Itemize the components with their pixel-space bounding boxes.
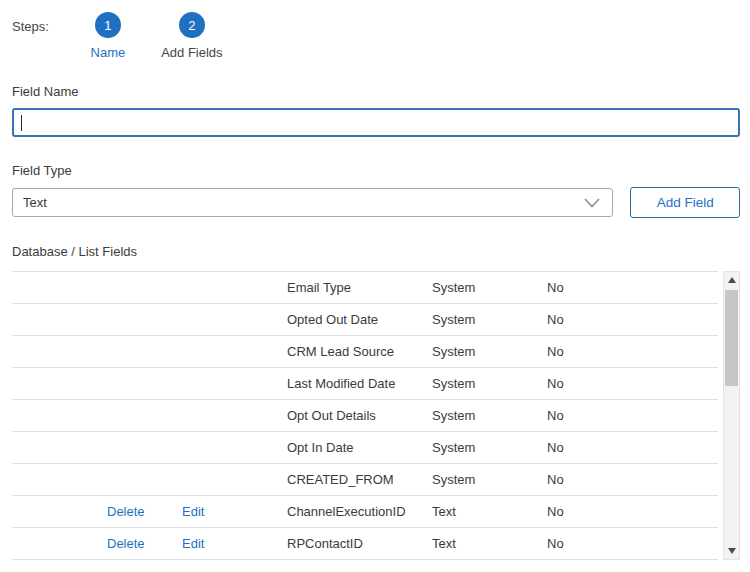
field-type-cell: System xyxy=(432,472,547,487)
table-row: CRM Lead Source System No xyxy=(12,336,718,368)
field-flag-cell: No xyxy=(547,280,718,295)
scrollbar-up-button[interactable] xyxy=(724,272,739,288)
field-name-cell: Last Modified Date xyxy=(287,376,432,391)
field-name-cell: Opt In Date xyxy=(287,440,432,455)
field-name-cell: RPContactID xyxy=(287,536,432,551)
field-name-input-wrap xyxy=(12,108,740,137)
table-row: Opt In Date System No xyxy=(12,432,718,464)
step-name[interactable]: 1 Name xyxy=(77,12,139,60)
field-name-cell: Opted Out Date xyxy=(287,312,432,327)
page: Steps: 1 Name 2 Add Fields Field Name Fi… xyxy=(0,0,750,560)
db-list-fields-label: Database / List Fields xyxy=(12,244,740,259)
edit-link[interactable]: Edit xyxy=(182,504,287,519)
field-name-cell: CRM Lead Source xyxy=(287,344,432,359)
field-type-cell: System xyxy=(432,344,547,359)
field-name-input[interactable] xyxy=(12,108,740,137)
field-type-cell: System xyxy=(432,280,547,295)
field-flag-cell: No xyxy=(547,504,718,519)
table-row: Email Type System No xyxy=(12,272,718,304)
table-row: CREATED_FROM System No xyxy=(12,464,718,496)
scrollbar-thumb[interactable] xyxy=(725,290,738,386)
field-name-label: Field Name xyxy=(12,84,740,99)
table-row: Opted Out Date System No xyxy=(12,304,718,336)
table-row: Delete Edit ChannelExecutionID Text No xyxy=(12,496,718,528)
field-flag-cell: No xyxy=(547,344,718,359)
field-type-cell: Text xyxy=(432,504,547,519)
field-type-cell: System xyxy=(432,440,547,455)
table-row: Last Modified Date System No xyxy=(12,368,718,400)
scroll-down-icon xyxy=(728,548,736,554)
field-flag-cell: No xyxy=(547,472,718,487)
field-type-cell: System xyxy=(432,408,547,423)
field-name-cell: CREATED_FROM xyxy=(287,472,432,487)
delete-link[interactable]: Delete xyxy=(107,536,182,551)
table-row: Opt Out Details System No xyxy=(12,400,718,432)
step-2-label: Add Fields xyxy=(161,45,222,60)
steps-label: Steps: xyxy=(12,19,49,34)
field-name-cell: Email Type xyxy=(287,280,432,295)
fields-table: Email Type System No Opted Out Date Syst… xyxy=(12,271,740,560)
edit-link[interactable]: Edit xyxy=(182,536,287,551)
fields-table-body: Email Type System No Opted Out Date Syst… xyxy=(12,271,718,560)
field-flag-cell: No xyxy=(547,536,718,551)
table-scrollbar[interactable] xyxy=(723,271,740,560)
step-1-label: Name xyxy=(91,45,126,60)
delete-link[interactable]: Delete xyxy=(107,504,182,519)
field-name-cell: Opt Out Details xyxy=(287,408,432,423)
field-type-select[interactable]: Text xyxy=(12,188,613,217)
scrollbar-down-button[interactable] xyxy=(724,543,739,559)
steps: Steps: 1 Name 2 Add Fields xyxy=(12,12,740,60)
field-flag-cell: No xyxy=(547,408,718,423)
field-type-cell: Text xyxy=(432,536,547,551)
table-row: Delete Edit RPContactID Text No xyxy=(12,528,718,560)
field-type-label: Field Type xyxy=(12,163,740,178)
step-1-circle[interactable]: 1 xyxy=(95,12,121,38)
scroll-up-icon xyxy=(728,277,736,283)
field-type-row: Text Add Field xyxy=(12,187,740,218)
field-name-cell: ChannelExecutionID xyxy=(287,504,432,519)
field-type-cell: System xyxy=(432,376,547,391)
chevron-down-icon xyxy=(584,198,600,208)
step-add-fields[interactable]: 2 Add Fields xyxy=(161,12,223,60)
field-flag-cell: No xyxy=(547,440,718,455)
field-type-cell: System xyxy=(432,312,547,327)
field-type-selected-value: Text xyxy=(23,195,47,210)
add-field-button[interactable]: Add Field xyxy=(630,187,740,218)
field-flag-cell: No xyxy=(547,312,718,327)
step-2-circle[interactable]: 2 xyxy=(179,12,205,38)
field-flag-cell: No xyxy=(547,376,718,391)
text-cursor xyxy=(21,115,22,131)
